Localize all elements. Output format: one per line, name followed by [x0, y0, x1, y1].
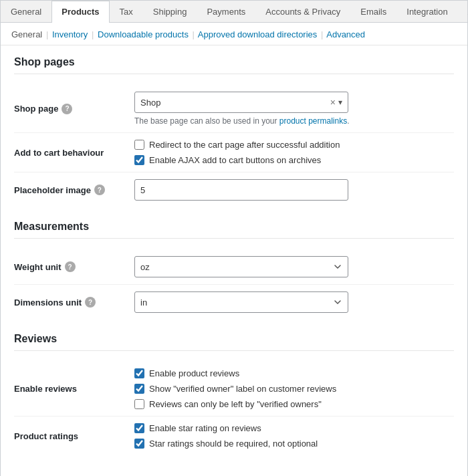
- tab-payments[interactable]: Payments: [197, 1, 255, 22]
- subnav-advanced[interactable]: Advanced: [326, 29, 365, 39]
- product-permalinks-link[interactable]: product permalinks: [279, 116, 347, 126]
- only-verified-text: Reviews can only be left by "verified ow…: [149, 399, 322, 409]
- product-ratings-checkboxes: Enable star rating on reviews Star ratin…: [134, 423, 454, 449]
- enable-reviews-input-cell: Enable product reviews Show "verified ow…: [134, 362, 454, 416]
- shop-page-label: Shop page: [14, 104, 58, 114]
- enable-product-reviews-text: Enable product reviews: [149, 368, 239, 378]
- sep2: |: [92, 29, 94, 39]
- tabs-bar: General Products Tax Shipping Payments A…: [1, 1, 467, 23]
- tab-integration[interactable]: Integration: [396, 1, 457, 22]
- enable-product-reviews-checkbox[interactable]: [134, 368, 144, 378]
- only-verified-label[interactable]: Reviews can only be left by "verified ow…: [134, 399, 454, 409]
- shop-page-help-prefix: The base page can also be used in your: [134, 116, 279, 126]
- enable-reviews-checkboxes: Enable product reviews Show "verified ow…: [134, 368, 454, 409]
- measurements-table: Weight unit ? g kg lbs oz: [14, 249, 454, 320]
- weight-unit-label: Weight unit: [14, 262, 62, 272]
- weight-unit-select[interactable]: g kg lbs oz: [134, 256, 348, 277]
- enable-product-reviews-label[interactable]: Enable product reviews: [134, 368, 454, 378]
- main-content: Shop pages Shop page ? Shop ×: [1, 45, 467, 476]
- tab-advanced[interactable]: Advanced: [458, 1, 468, 22]
- subnav-inventory[interactable]: Inventory: [52, 29, 88, 39]
- shop-pages-table: Shop page ? Shop × ▾ The base page can a…: [14, 85, 454, 207]
- measurements-title: Measurements: [14, 221, 454, 239]
- add-to-cart-checkboxes: Redirect to the cart page after successf…: [134, 140, 454, 165]
- reviews-table: Enable reviews Enable product reviews Sh…: [14, 362, 454, 455]
- reviews-title: Reviews: [14, 333, 454, 351]
- tab-tax[interactable]: Tax: [110, 1, 143, 22]
- weight-unit-label-cell: Weight unit ?: [14, 249, 134, 285]
- shop-page-clear-icon[interactable]: ×: [330, 97, 336, 108]
- add-to-cart-label: Add to cart behaviour: [14, 148, 104, 158]
- shop-page-row: Shop page ? Shop × ▾ The base page can a…: [14, 85, 454, 133]
- tab-accounts-privacy[interactable]: Accounts & Privacy: [255, 1, 350, 22]
- shop-page-help-icon[interactable]: ?: [62, 104, 72, 114]
- only-verified-checkbox[interactable]: [134, 399, 144, 409]
- placeholder-image-input-cell: [134, 172, 454, 208]
- subnav: General | Inventory | Downloadable produ…: [1, 23, 467, 45]
- product-ratings-input-cell: Enable star rating on reviews Star ratin…: [134, 416, 454, 456]
- verified-owner-checkbox[interactable]: [134, 384, 144, 394]
- product-ratings-label-cell: Product ratings: [14, 416, 134, 456]
- required-star-rating-label[interactable]: Star ratings should be required, not opt…: [134, 439, 454, 449]
- enable-reviews-label: Enable reviews: [14, 384, 77, 394]
- placeholder-image-label-cell: Placeholder image ?: [14, 172, 134, 208]
- shop-page-help-text: The base page can also be used in your p…: [134, 116, 454, 126]
- add-to-cart-row: Add to cart behaviour Redirect to the ca…: [14, 133, 454, 172]
- weight-unit-row: Weight unit ? g kg lbs oz: [14, 249, 454, 285]
- dimensions-unit-select[interactable]: cm m mm in yd: [134, 291, 348, 313]
- subnav-downloadable[interactable]: Downloadable products: [98, 29, 189, 39]
- dimensions-unit-row: Dimensions unit ? cm m mm in yd: [14, 285, 454, 320]
- product-ratings-label: Product ratings: [14, 431, 78, 441]
- enable-reviews-row: Enable reviews Enable product reviews Sh…: [14, 362, 454, 416]
- placeholder-image-label: Placeholder image: [14, 185, 91, 195]
- dimensions-unit-input-cell: cm m mm in yd: [134, 285, 454, 320]
- shop-page-select[interactable]: Shop × ▾: [134, 92, 348, 113]
- tab-emails[interactable]: Emails: [350, 1, 396, 22]
- enable-star-rating-text: Enable star rating on reviews: [149, 423, 261, 433]
- sep4: |: [321, 29, 323, 39]
- weight-unit-help-icon[interactable]: ?: [65, 261, 76, 272]
- placeholder-image-row: Placeholder image ?: [14, 172, 454, 208]
- sep3: |: [193, 29, 195, 39]
- dimensions-unit-label: Dimensions unit: [14, 298, 82, 308]
- ajax-checkbox[interactable]: [134, 155, 144, 165]
- dimensions-unit-help-icon[interactable]: ?: [85, 297, 96, 308]
- subnav-approved-dirs[interactable]: Approved download directories: [198, 29, 318, 39]
- dimensions-unit-label-cell: Dimensions unit ?: [14, 285, 134, 320]
- tab-shipping[interactable]: Shipping: [143, 1, 197, 22]
- redirect-checkbox[interactable]: [134, 140, 144, 150]
- required-star-rating-checkbox[interactable]: [134, 439, 144, 449]
- enable-star-rating-label[interactable]: Enable star rating on reviews: [134, 423, 454, 433]
- ajax-checkbox-text: Enable AJAX add to cart buttons on archi…: [149, 155, 321, 165]
- shop-page-label-cell: Shop page ?: [14, 85, 134, 133]
- page-wrapper: General Products Tax Shipping Payments A…: [0, 0, 468, 476]
- required-star-rating-text: Star ratings should be required, not opt…: [149, 439, 318, 449]
- add-to-cart-input-cell: Redirect to the cart page after successf…: [134, 133, 454, 172]
- shop-pages-title: Shop pages: [14, 56, 454, 74]
- shop-page-input-cell: Shop × ▾ The base page can also be used …: [134, 85, 454, 133]
- redirect-checkbox-text: Redirect to the cart page after successf…: [149, 140, 340, 150]
- product-ratings-row: Product ratings Enable star rating on re…: [14, 416, 454, 456]
- shop-page-arrow-icon: ▾: [338, 98, 342, 107]
- weight-unit-input-cell: g kg lbs oz: [134, 249, 454, 285]
- shop-page-help-suffix: .: [347, 116, 349, 126]
- placeholder-image-input[interactable]: [134, 179, 348, 201]
- tab-products[interactable]: Products: [51, 1, 109, 23]
- enable-star-rating-checkbox[interactable]: [134, 423, 144, 433]
- enable-reviews-label-cell: Enable reviews: [14, 362, 134, 416]
- subnav-general-label: General: [11, 29, 42, 39]
- sep1: |: [46, 29, 48, 39]
- verified-owner-text: Show "verified owner" label on customer …: [149, 384, 336, 394]
- verified-owner-label[interactable]: Show "verified owner" label on customer …: [134, 384, 454, 394]
- ajax-checkbox-label[interactable]: Enable AJAX add to cart buttons on archi…: [134, 155, 454, 165]
- redirect-checkbox-label[interactable]: Redirect to the cart page after successf…: [134, 140, 454, 150]
- add-to-cart-label-cell: Add to cart behaviour: [14, 133, 134, 172]
- shop-page-select-value: Shop: [140, 98, 330, 108]
- tab-general[interactable]: General: [1, 1, 51, 22]
- placeholder-image-help-icon[interactable]: ?: [94, 185, 105, 195]
